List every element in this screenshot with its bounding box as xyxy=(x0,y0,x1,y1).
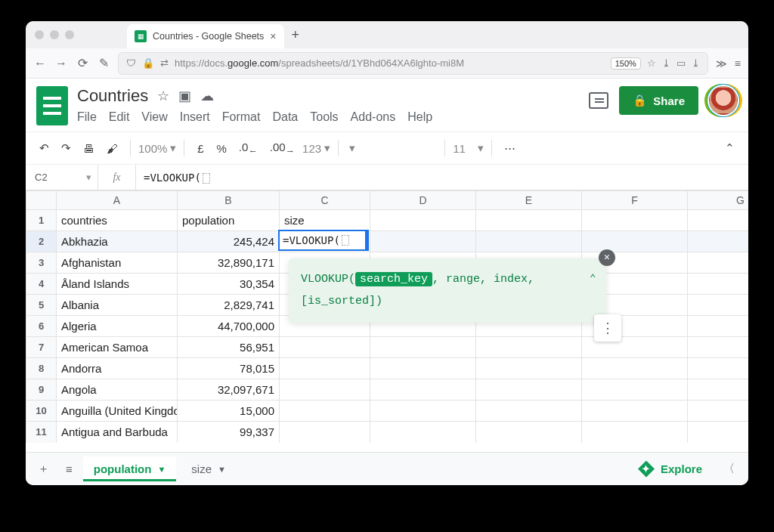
font-family-dropdown[interactable]: ▾ xyxy=(346,141,437,155)
more-formats-dropdown[interactable]: 123 ▾ xyxy=(302,141,330,155)
menu-format[interactable]: Format xyxy=(222,110,261,124)
chevron-down-icon[interactable]: ▼ xyxy=(157,465,166,474)
cell[interactable] xyxy=(476,337,582,358)
menu-data[interactable]: Data xyxy=(272,110,298,124)
overflow-nav-icon[interactable]: ≫ xyxy=(716,57,727,70)
row-header[interactable]: 2 xyxy=(26,231,57,252)
print-button[interactable]: 🖶 xyxy=(79,139,99,158)
select-all-corner[interactable] xyxy=(26,191,57,210)
cell[interactable]: 15,000 xyxy=(178,401,280,422)
cell[interactable] xyxy=(280,401,370,422)
cell[interactable]: American Samoa xyxy=(57,337,178,358)
star-doc-icon[interactable]: ☆ xyxy=(157,88,169,104)
cell[interactable]: Afghanistan xyxy=(57,252,178,274)
row-header[interactable]: 8 xyxy=(26,358,57,379)
cell[interactable]: 99,337 xyxy=(178,422,280,443)
cell[interactable] xyxy=(370,401,476,422)
all-sheets-button[interactable]: ≡ xyxy=(60,459,79,478)
cell[interactable] xyxy=(280,422,370,443)
col-header-g[interactable]: G xyxy=(688,191,749,210)
scroll-tabs-button[interactable]: 〈 xyxy=(716,462,742,476)
col-header-c[interactable]: C xyxy=(280,191,370,210)
cell[interactable]: Abkhazia xyxy=(57,231,178,252)
cell[interactable] xyxy=(476,210,582,231)
account-avatar[interactable] xyxy=(709,86,738,115)
row-header[interactable]: 5 xyxy=(26,295,57,316)
cell[interactable] xyxy=(688,358,749,379)
cell[interactable] xyxy=(688,422,749,443)
cell[interactable] xyxy=(370,379,476,401)
cell[interactable] xyxy=(688,379,749,401)
cell[interactable] xyxy=(280,358,370,379)
download-icon[interactable]: ⤓ xyxy=(662,57,670,69)
zoom-dropdown[interactable]: 100% ▾ xyxy=(138,141,176,155)
cell[interactable]: 32,097,671 xyxy=(178,379,280,401)
currency-button[interactable]: £ xyxy=(192,139,209,158)
reader-icon[interactable]: ▭ xyxy=(676,57,686,69)
cell[interactable] xyxy=(688,295,749,316)
comments-icon[interactable] xyxy=(589,92,608,109)
back-button[interactable]: ← xyxy=(33,57,47,70)
cell[interactable]: size xyxy=(280,210,370,231)
zoom-badge[interactable]: 150% xyxy=(611,57,641,70)
collapse-tooltip-icon[interactable]: ⌄ xyxy=(590,268,596,288)
cell[interactable] xyxy=(582,422,688,443)
menu-insert[interactable]: Insert xyxy=(180,110,210,124)
cell[interactable] xyxy=(582,231,688,252)
active-cell-c2[interactable]: =VLOOKUP( xyxy=(278,230,369,251)
cell[interactable] xyxy=(582,379,688,401)
cell[interactable] xyxy=(688,210,749,231)
new-tab-button[interactable]: + xyxy=(284,27,308,43)
cell[interactable] xyxy=(688,252,749,274)
cell[interactable] xyxy=(370,210,476,231)
font-size-dropdown[interactable]: 11 ▾ xyxy=(453,141,484,155)
cell[interactable]: Algeria xyxy=(57,316,178,337)
minimize-window-icon[interactable] xyxy=(50,30,59,39)
cell[interactable] xyxy=(582,210,688,231)
cell[interactable] xyxy=(476,401,582,422)
add-sheet-button[interactable]: ＋ xyxy=(32,459,55,479)
menu-view[interactable]: View xyxy=(141,110,167,124)
close-tab-icon[interactable]: × xyxy=(270,30,276,42)
cell[interactable] xyxy=(582,358,688,379)
row-header[interactable]: 4 xyxy=(26,274,57,295)
menu-addons[interactable]: Add-ons xyxy=(351,110,396,124)
row-header[interactable]: 11 xyxy=(26,422,57,443)
chevron-down-icon[interactable]: ▼ xyxy=(218,465,226,474)
cell[interactable]: countries xyxy=(57,210,178,231)
cell[interactable]: 2,829,741 xyxy=(178,295,280,316)
cell[interactable] xyxy=(688,316,749,337)
cell[interactable] xyxy=(688,274,749,295)
cell[interactable] xyxy=(370,422,476,443)
cell[interactable]: Anguilla (United Kingdom) xyxy=(57,401,178,422)
col-header-f[interactable]: F xyxy=(582,191,688,210)
cell[interactable] xyxy=(688,231,749,252)
move-doc-icon[interactable]: ▣ xyxy=(178,88,191,104)
row-header[interactable]: 9 xyxy=(26,379,57,401)
menu-tools[interactable]: Tools xyxy=(310,110,338,124)
cell[interactable]: Åland Islands xyxy=(57,274,178,295)
forward-button[interactable]: → xyxy=(54,57,68,70)
url-field[interactable]: 🛡 🔒 ⇄ https://docs.google.com/spreadshee… xyxy=(118,52,708,75)
cell[interactable]: 30,354 xyxy=(178,274,280,295)
spreadsheet-grid[interactable]: A B C D E F G 1 countries population siz… xyxy=(26,190,748,452)
cell[interactable] xyxy=(476,231,582,252)
cell[interactable] xyxy=(370,231,476,252)
menu-file[interactable]: File xyxy=(77,110,97,124)
cell[interactable] xyxy=(476,358,582,379)
tooltip-more-menu[interactable]: ⋮ xyxy=(594,314,621,342)
increase-decimal-button[interactable]: .00→ xyxy=(265,138,299,159)
paint-format-button[interactable]: 🖌 xyxy=(102,139,122,158)
toolbar-overflow-button[interactable]: ⋯ xyxy=(500,138,520,158)
row-header[interactable]: 7 xyxy=(26,337,57,358)
cell[interactable]: 56,951 xyxy=(178,337,280,358)
cell[interactable]: population xyxy=(178,210,280,231)
cell[interactable]: 78,015 xyxy=(178,358,280,379)
doc-title[interactable]: Countries xyxy=(77,86,148,106)
col-header-e[interactable]: E xyxy=(476,191,582,210)
row-header[interactable]: 10 xyxy=(26,401,57,422)
cell[interactable] xyxy=(688,337,749,358)
cell[interactable]: 44,700,000 xyxy=(178,316,280,337)
sheets-logo-icon[interactable] xyxy=(36,86,68,125)
cell[interactable]: Andorra xyxy=(57,358,178,379)
